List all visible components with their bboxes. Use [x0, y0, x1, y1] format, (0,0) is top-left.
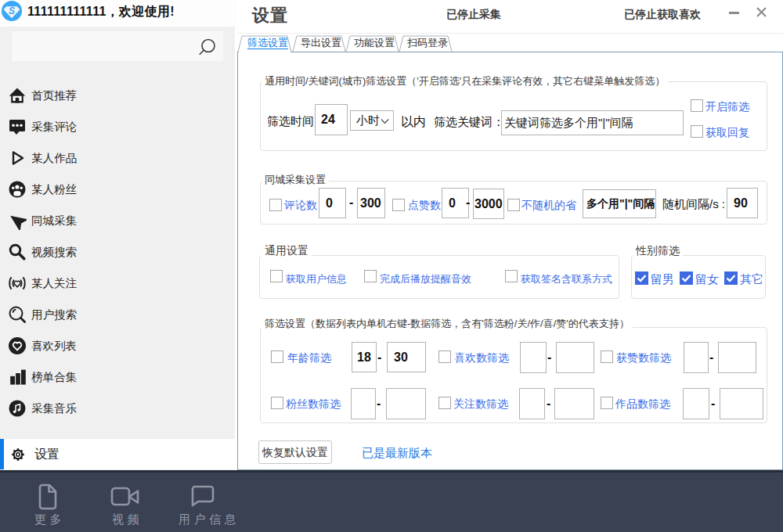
svg-text:S: S — [9, 5, 15, 16]
